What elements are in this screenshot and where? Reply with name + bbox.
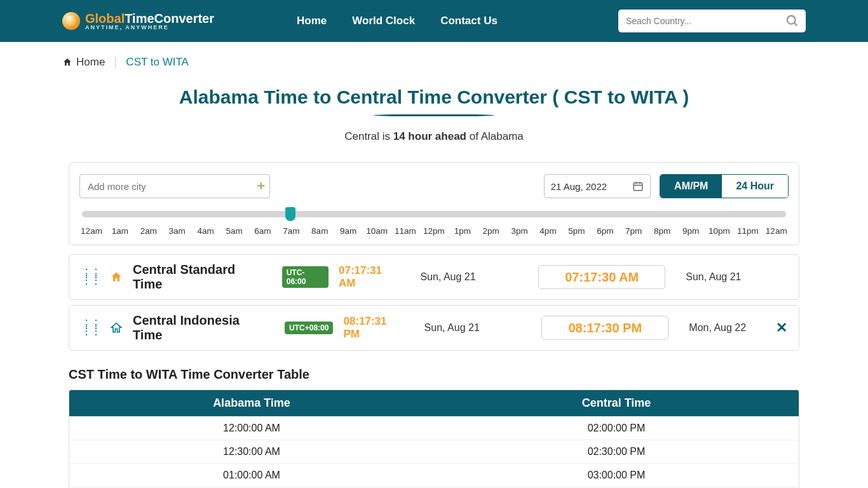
24hour-button[interactable]: 24 Hour [722, 175, 788, 198]
timezone-row: ⋮⋮⋮⋮Central Indonesia TimeUTC+08:0008:17… [69, 305, 799, 351]
table-title: CST Time to WITA Time Converter Table [69, 367, 799, 382]
slider-track[interactable] [82, 211, 786, 217]
slider-tick: 9pm [680, 226, 702, 236]
nav-world-clock[interactable]: World Clock [352, 15, 415, 27]
breadcrumb: Home CST to WITA [62, 42, 806, 75]
drag-handle-icon[interactable]: ⋮⋮⋮⋮ [81, 322, 100, 334]
slider-tick: 11pm [737, 226, 759, 236]
add-city-field: + [79, 174, 270, 198]
search-icon[interactable] [785, 14, 799, 28]
input-date: Sun, Aug 21 [686, 271, 756, 283]
logo-word-2: TimeConverter [125, 11, 214, 25]
drag-handle-icon[interactable]: ⋮⋮⋮⋮ [81, 271, 100, 283]
slider-tick: 4am [195, 226, 217, 236]
search-box [618, 10, 806, 32]
slider-tick: 3am [166, 226, 188, 236]
table-cell: 02:30:00 PM [434, 440, 799, 463]
live-date: Sun, Aug 21 [420, 271, 490, 283]
time-format-toggle: AM/PM 24 Hour [660, 174, 789, 198]
slider-tick: 2pm [480, 226, 502, 236]
table-cell: 12:00:00 AM [69, 416, 434, 440]
main-nav: Home World Clock Contact Us [297, 15, 498, 27]
slider-thumb[interactable] [285, 207, 295, 221]
slider-tick: 12am [81, 226, 102, 236]
table-cell: 01:00:00 AM [69, 463, 434, 487]
logo-word-1: Global [85, 11, 125, 25]
date-value: 21 Aug, 2022 [551, 181, 607, 192]
table-header: Alabama Time Central Time [69, 390, 799, 416]
slider-tick: 6pm [594, 226, 616, 236]
utc-badge: UTC+08:00 [285, 322, 333, 334]
input-date: Mon, Aug 22 [689, 322, 758, 334]
time-slider: 12am1am2am3am4am5am6am7am8am9am10am11am1… [79, 211, 789, 236]
time-input[interactable] [538, 265, 665, 289]
breadcrumb-current: CST to WITA [126, 56, 189, 69]
slider-tick: 4pm [538, 226, 559, 236]
slider-tick: 3pm [509, 226, 531, 236]
utc-badge: UTC-06:00 [282, 266, 329, 288]
logo-tagline: ANYTIME, ANYWHERE [85, 25, 214, 30]
home-icon [62, 57, 72, 67]
timezone-name: Central Standard Time [133, 262, 268, 292]
live-time: 07:17:31 AM [339, 264, 401, 290]
remove-row-icon[interactable]: ✕ [776, 320, 787, 336]
slider-tick: 10am [366, 226, 388, 236]
globe-icon [62, 12, 80, 30]
table-row: 01:00:00 AM03:00:00 PM [69, 463, 799, 487]
slider-tick: 8am [309, 226, 330, 236]
slider-tick: 12am [766, 226, 787, 236]
nav-home[interactable]: Home [297, 15, 327, 27]
slider-tick: 5pm [566, 226, 587, 236]
slider-tick: 10pm [709, 226, 730, 236]
table-cell: 12:30:00 AM [69, 440, 434, 463]
table-body: 12:00:00 AM02:00:00 PM12:30:00 AM02:30:0… [69, 416, 799, 488]
svg-line-1 [794, 23, 797, 26]
date-picker[interactable]: 21 Aug, 2022 [544, 174, 651, 198]
slider-tick: 1am [109, 226, 131, 236]
ampm-button[interactable]: AM/PM [660, 175, 722, 198]
slider-tick: 9am [337, 226, 359, 236]
nav-contact[interactable]: Contact Us [440, 15, 498, 27]
breadcrumb-home[interactable]: Home [62, 56, 105, 69]
slider-tick: 2am [138, 226, 159, 236]
calendar-icon [632, 180, 644, 192]
plus-icon[interactable]: + [257, 178, 265, 194]
add-city-input[interactable] [79, 174, 270, 198]
site-header: GlobalTimeConverter ANYTIME, ANYWHERE Ho… [0, 0, 868, 42]
timezone-row: ⋮⋮⋮⋮Central Standard TimeUTC-06:0007:17:… [69, 254, 799, 300]
svg-point-0 [787, 16, 796, 24]
slider-tick: 1pm [452, 226, 473, 236]
search-input[interactable] [618, 10, 806, 32]
timezone-name: Central Indonesia Time [133, 313, 271, 342]
page-title: Alabama Time to Central Time Converter (… [0, 86, 868, 108]
site-logo[interactable]: GlobalTimeConverter ANYTIME, ANYWHERE [62, 12, 214, 30]
table-cell: 03:00:00 PM [434, 463, 799, 487]
slider-tick: 7pm [623, 226, 644, 236]
table-row: 12:00:00 AM02:00:00 PM [69, 416, 799, 440]
time-input[interactable] [541, 316, 668, 340]
table-row: 12:30:00 AM02:30:00 PM [69, 440, 799, 463]
control-panel: + 21 Aug, 2022 AM/PM 24 Hour 12am1am2am3… [69, 162, 799, 245]
page-subtitle: Central is 14 hour ahead of Alabama [0, 130, 868, 143]
table-head-col-2: Central Time [434, 390, 799, 416]
slider-tick: 6am [252, 226, 273, 236]
slider-tick: 12pm [423, 226, 445, 236]
slider-tick: 8pm [651, 226, 673, 236]
live-time: 08:17:31 PM [343, 315, 405, 341]
slider-tick: 11am [395, 226, 416, 236]
timezone-list: ⋮⋮⋮⋮Central Standard TimeUTC-06:0007:17:… [69, 254, 799, 351]
home-marker-icon[interactable] [110, 271, 123, 283]
table-cell: 02:00:00 PM [434, 416, 799, 440]
home-marker-icon[interactable] [110, 322, 123, 334]
breadcrumb-sep [115, 57, 116, 68]
conversion-table: Alabama Time Central Time 12:00:00 AM02:… [69, 390, 799, 488]
live-date: Sun, Aug 21 [424, 322, 494, 334]
svg-rect-2 [634, 183, 642, 191]
title-underline [374, 114, 494, 116]
slider-tick: 7am [280, 226, 302, 236]
slider-ticks: 12am1am2am3am4am5am6am7am8am9am10am11am1… [79, 226, 789, 236]
slider-tick: 5am [224, 226, 245, 236]
table-head-col-1: Alabama Time [69, 390, 434, 416]
